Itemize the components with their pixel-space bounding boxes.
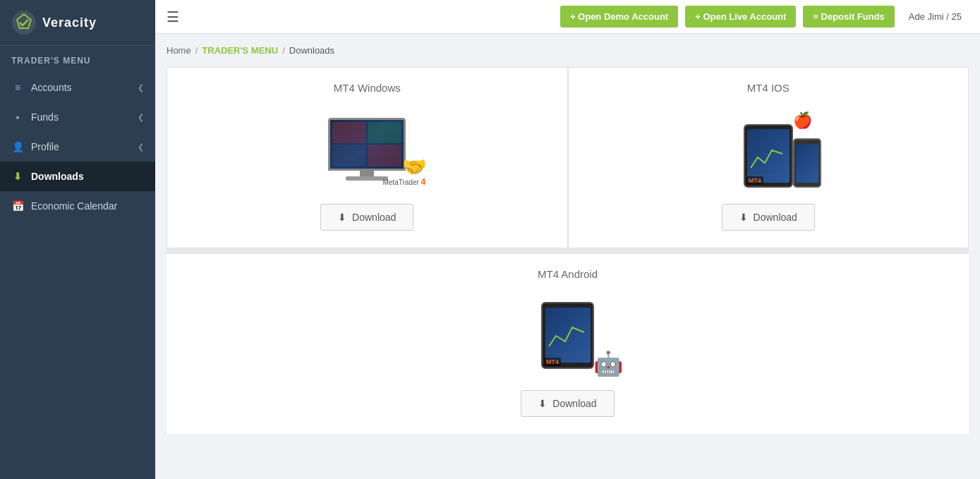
user-info: Ade Jimi / 25: [902, 11, 969, 22]
sidebar-item-funds[interactable]: ▪ Funds ❮: [0, 102, 155, 132]
sidebar-label-accounts: Accounts: [31, 82, 72, 93]
sidebar: Veracity TRADER'S MENU ≡ Accounts ❮ ▪ Fu…: [0, 0, 155, 479]
metatrader-label: MetaTrader 4: [382, 177, 425, 187]
row-separator: [167, 248, 969, 254]
apple-icon: 🍎: [793, 111, 812, 186]
sidebar-item-profile[interactable]: 👤 Profile ❮: [0, 132, 155, 162]
mt4-ios-download-button[interactable]: ⬇ Download: [722, 204, 815, 231]
sidebar-label-downloads: Downloads: [31, 171, 84, 182]
metatrader-characters: 🤝: [402, 155, 427, 178]
android-tablet: MT4: [541, 302, 594, 369]
breadcrumb-sep1: /: [195, 45, 198, 56]
sidebar-logo: Veracity: [0, 0, 155, 46]
monitor-screen: [328, 118, 406, 171]
mt4-android-image: MT4 🤖: [526, 293, 610, 377]
funds-chevron: ❮: [138, 113, 144, 122]
mt4-windows-card: MT4 Windows: [167, 67, 568, 248]
sidebar-label-funds: Funds: [31, 111, 59, 123]
content-area: Home / TRADER'S MENU / Downloads MT4 Win…: [155, 34, 980, 479]
mt4-ios-title: MT4 IOS: [747, 82, 790, 94]
veracity-logo-icon: [11, 10, 37, 35]
android-robot-icon: 🤖: [593, 349, 623, 377]
mt4-android-illustration: MT4 🤖: [526, 293, 610, 377]
accounts-icon: ≡: [11, 81, 24, 94]
monitor-body: [328, 118, 406, 181]
mt4-windows-title: MT4 Windows: [334, 82, 401, 94]
mt4-android-download-button[interactable]: ⬇ Download: [521, 390, 614, 417]
mt4-ios-download-label: Download: [754, 212, 797, 223]
logo-text: Veracity: [42, 16, 97, 30]
deposit-funds-button[interactable]: ≡ Deposit Funds: [803, 6, 894, 28]
breadcrumb-traders-menu: TRADER'S MENU: [202, 45, 278, 56]
main-area: ☰ + Open Demo Account + Open Live Accoun…: [155, 0, 980, 479]
download-icon-android: ⬇: [538, 398, 547, 409]
topbar: ☰ + Open Demo Account + Open Live Accoun…: [155, 0, 980, 34]
funds-icon: ▪: [11, 111, 24, 123]
mt4-ios-illustration: MT4 🍎: [726, 110, 811, 188]
android-mt4-badge: MT4: [544, 358, 561, 366]
downloads-cards-container: MT4 Windows: [167, 67, 969, 434]
breadcrumb-home[interactable]: Home: [167, 45, 191, 56]
sidebar-item-accounts[interactable]: ≡ Accounts ❮: [0, 73, 155, 102]
breadcrumb-sep2: /: [282, 45, 285, 56]
sidebar-menu-title: TRADER'S MENU: [0, 46, 155, 73]
mt4-windows-image: 🤝 MetaTrader 4: [307, 107, 427, 191]
mt4-android-title: MT4 Android: [538, 268, 598, 280]
mt4-android-download-label: Download: [552, 398, 596, 409]
mt4-windows-illustration: 🤝 MetaTrader 4: [307, 107, 427, 191]
android-screen: [545, 308, 591, 363]
ios-tablet-screen: [747, 129, 790, 183]
mt4-windows-download-label: Download: [352, 212, 396, 223]
mt4-windows-download-button[interactable]: ⬇ Download: [320, 204, 413, 231]
download-icon-ios: ⬇: [739, 212, 748, 223]
mt4-android-card: MT4 Android MT4: [167, 254, 969, 434]
sidebar-item-economic-calendar[interactable]: 📅 Economic Calendar: [0, 191, 155, 221]
mt4-ios-image: MT4 🍎: [726, 107, 811, 191]
sidebar-label-economic-calendar: Economic Calendar: [31, 200, 117, 212]
breadcrumb: Home / TRADER'S MENU / Downloads: [167, 45, 969, 56]
mt4-ios-card: MT4 IOS MT4: [568, 67, 969, 248]
ios-mt4-badge: MT4: [746, 176, 763, 185]
ios-tablet: MT4: [744, 124, 793, 188]
downloads-icon: ⬇: [11, 170, 24, 183]
sidebar-label-profile: Profile: [31, 141, 59, 152]
open-live-account-button[interactable]: + Open Live Account: [685, 6, 796, 28]
sidebar-item-downloads[interactable]: ⬇ Downloads: [0, 162, 155, 191]
calendar-icon: 📅: [11, 200, 24, 212]
download-icon-windows: ⬇: [338, 212, 346, 223]
accounts-chevron: ❮: [138, 83, 144, 92]
open-demo-account-button[interactable]: + Open Demo Account: [560, 6, 678, 28]
profile-icon: 👤: [11, 140, 24, 153]
profile-chevron: ❮: [138, 143, 144, 152]
breadcrumb-current: Downloads: [289, 45, 334, 56]
hamburger-icon[interactable]: ☰: [167, 8, 179, 25]
